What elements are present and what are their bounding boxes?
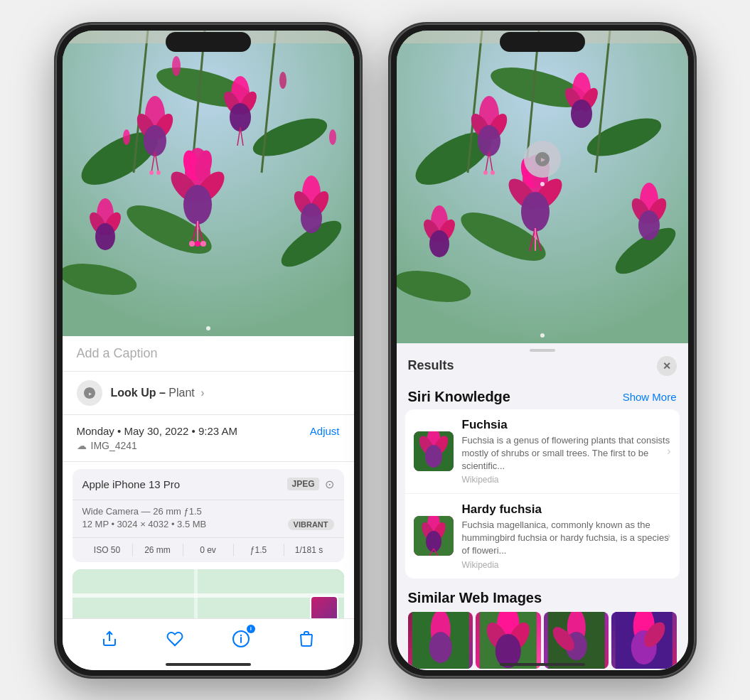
hardy-fuchsia-source: Wikipedia: [462, 560, 671, 570]
photo-image-2[interactable]: [397, 31, 688, 343]
svg-point-17: [156, 171, 161, 175]
device-badges: JPEG ⊙: [287, 478, 333, 491]
exif-aperture: ƒ1.5: [234, 544, 284, 556]
fuchsia-name: Fuchsia: [462, 418, 671, 432]
svg-point-91: [638, 210, 660, 240]
photo-image-1[interactable]: [63, 31, 354, 336]
fuchsia-thumbnail: [414, 431, 454, 471]
exif-row: ISO 50 26 mm 0 ev ƒ1.5 1/181 s: [73, 538, 344, 562]
resolution-specs: 12 MP • 3024 × 4032 • 3.5 MB VIBRANT: [82, 519, 334, 529]
device-row: Apple iPhone 13 Pro JPEG ⊙: [73, 469, 344, 500]
similar-image-4[interactable]: [611, 612, 677, 669]
svg-point-107: [429, 632, 451, 663]
similar-image-2[interactable]: [476, 612, 541, 669]
svg-point-45: [279, 72, 286, 89]
svg-point-33: [189, 241, 195, 247]
results-title: Results: [408, 358, 454, 373]
phone-2-screen: Results ✕ Siri Knowledge Show More: [397, 31, 688, 670]
favorite-button[interactable]: [164, 628, 186, 650]
svg-point-29: [183, 185, 212, 225]
phone-2: Results ✕ Siri Knowledge Show More: [390, 23, 695, 677]
siri-knowledge-title: Siri Knowledge: [408, 389, 510, 405]
exif-shutter: 1/181 s: [284, 544, 334, 556]
svg-point-52: [240, 634, 242, 635]
lookup-bubble-dot: [540, 182, 545, 186]
device-section: Apple iPhone 13 Pro JPEG ⊙ Wide Camera —…: [73, 469, 344, 562]
camera-specs: Wide Camera — 26 mm ƒ1.5: [82, 506, 334, 517]
svg-point-80: [521, 192, 550, 232]
exif-focal: 26 mm: [133, 544, 183, 556]
knowledge-item-fuchsia[interactable]: Fuchsia Fuchsia is a genus of flowering …: [405, 409, 680, 495]
info-button[interactable]: i: [230, 628, 252, 650]
phone-1: Add a Caption Look Up – Plant ›: [55, 23, 361, 677]
meta-section: Monday • May 30, 2022 • 9:23 AM Adjust ☁…: [63, 415, 354, 462]
knowledge-item-hardy-fuchsia[interactable]: Hardy fuchsia Fuchsia magellanica, commo…: [405, 494, 680, 578]
svg-point-34: [200, 241, 206, 247]
svg-point-87: [429, 230, 449, 257]
exif-ev: 0 ev: [183, 544, 234, 556]
adjust-button[interactable]: Adjust: [310, 425, 340, 437]
svg-point-16: [149, 171, 154, 175]
home-bar-1: [166, 663, 251, 666]
svg-point-70: [491, 171, 495, 175]
similar-web-images-section: Similar Web Images: [397, 584, 688, 670]
lookup-row[interactable]: Look Up – Plant ›: [63, 372, 354, 415]
chevron-right-icon-1: ›: [667, 445, 670, 458]
phone-1-screen: Add a Caption Look Up – Plant ›: [63, 31, 354, 670]
svg-point-39: [95, 223, 115, 250]
svg-point-35: [195, 241, 200, 247]
svg-point-43: [301, 203, 322, 233]
share-button[interactable]: [98, 628, 121, 650]
svg-point-44: [172, 56, 181, 76]
chevron-right-icon-2: ›: [667, 529, 670, 542]
drag-handle[interactable]: [397, 343, 688, 355]
siri-knowledge-header: Siri Knowledge Show More: [397, 383, 688, 409]
lookup-icon: [77, 380, 102, 406]
device-name: Apple iPhone 13 Pro: [82, 478, 181, 490]
show-more-button[interactable]: Show More: [623, 391, 677, 403]
visual-lookup-bubble[interactable]: [524, 141, 561, 178]
caption-placeholder: Add a Caption: [77, 346, 158, 360]
phone-notch-1: [166, 32, 251, 52]
fuchsia-desc: Fuchsia is a genus of flowering plants t…: [462, 434, 671, 473]
camera-info: Wide Camera — 26 mm ƒ1.5 12 MP • 3024 × …: [73, 500, 344, 538]
phone-notch-2: [500, 32, 585, 52]
fuchsia-source: Wikipedia: [462, 475, 671, 485]
jpeg-badge: JPEG: [287, 478, 318, 490]
svg-point-47: [329, 129, 336, 145]
knowledge-card: Fuchsia Fuchsia is a genus of flowering …: [405, 409, 680, 578]
hardy-fuchsia-name: Hardy fuchsia: [462, 502, 671, 517]
hardy-fuchsia-thumbnail: [414, 516, 454, 556]
vibrant-badge: VIBRANT: [288, 519, 334, 530]
meta-date: Monday • May 30, 2022 • 9:23 AM: [77, 425, 237, 437]
svg-point-46: [123, 129, 130, 145]
lookup-label: Look Up – Plant ›: [111, 387, 205, 399]
svg-point-74: [571, 99, 592, 128]
results-header: Results ✕: [397, 355, 688, 383]
info-badge-dot: i: [247, 625, 255, 633]
similar-title: Similar Web Images: [408, 590, 677, 606]
results-panel: Results ✕ Siri Knowledge Show More: [397, 343, 688, 670]
phone1-toolbar: i: [63, 618, 354, 656]
lens-icon: ⊙: [325, 478, 334, 491]
meta-filename: IMG_4241: [91, 440, 137, 451]
similar-images-grid: [408, 612, 677, 669]
phones-container: Add a Caption Look Up – Plant ›: [41, 9, 709, 691]
hardy-fuchsia-text: Hardy fuchsia Fuchsia magellanica, commo…: [462, 502, 671, 570]
fuchsia-text: Fuchsia Fuchsia is a genus of flowering …: [462, 418, 671, 485]
svg-point-69: [483, 171, 488, 175]
similar-image-1[interactable]: [408, 612, 473, 669]
svg-point-97: [425, 445, 442, 468]
hardy-fuchsia-desc: Fuchsia magellanica, commonly known as t…: [462, 519, 671, 558]
close-results-button[interactable]: ✕: [657, 356, 677, 376]
similar-image-3[interactable]: [544, 612, 609, 669]
caption-area[interactable]: Add a Caption: [63, 336, 354, 372]
delete-button[interactable]: [295, 628, 318, 650]
home-bar-2: [500, 663, 585, 666]
exif-iso: ISO 50: [82, 544, 133, 556]
cloud-icon: ☁: [77, 440, 87, 451]
